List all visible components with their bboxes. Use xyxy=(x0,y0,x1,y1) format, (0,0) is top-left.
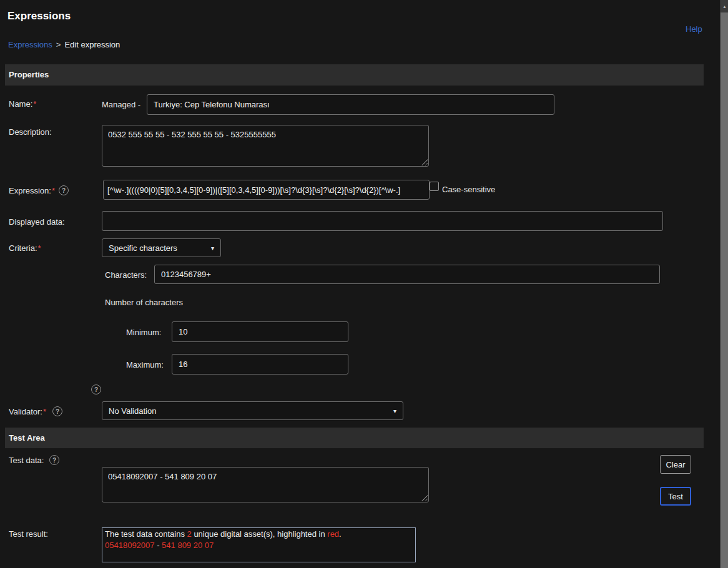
required-asterisk: * xyxy=(43,407,46,416)
validator-label: Validator:* xyxy=(9,407,46,416)
chevron-down-icon: ▾ xyxy=(211,245,214,252)
case-sensitive-checkbox[interactable] xyxy=(430,182,439,191)
expression-label: Expression:* xyxy=(9,186,55,195)
displayed-data-label: Displayed data: xyxy=(9,217,65,227)
required-asterisk: * xyxy=(38,243,41,253)
validator-selected-value: No Validation xyxy=(109,406,156,416)
case-sensitive-label: Case-sensitive xyxy=(442,185,495,194)
test-result-label: Test result: xyxy=(9,529,48,539)
test-result-box: The test data contains 2 unique digital … xyxy=(102,527,416,562)
description-label: Description: xyxy=(9,127,52,137)
required-asterisk: * xyxy=(33,99,36,109)
breadcrumb-expressions-link[interactable]: Expressions xyxy=(8,40,52,49)
criteria-label: Criteria:* xyxy=(9,243,41,253)
criteria-help-icon[interactable]: ? xyxy=(91,384,101,394)
minimum-label: Minimum: xyxy=(126,328,161,337)
maximum-label: Maximum: xyxy=(126,360,164,370)
test-data-field-wrap: 05418092007 - 541 809 20 07 xyxy=(102,467,429,502)
criteria-select[interactable]: Specific characters ▾ xyxy=(102,238,221,257)
characters-label: Characters: xyxy=(105,270,147,280)
expression-help-icon[interactable]: ? xyxy=(59,185,69,195)
clear-button[interactable]: Clear xyxy=(660,455,691,474)
chevron-down-icon: ▾ xyxy=(393,408,396,414)
test-data-textarea[interactable]: 05418092007 - 541 809 20 07 xyxy=(102,467,429,502)
characters-input[interactable] xyxy=(154,265,660,284)
displayed-data-input[interactable] xyxy=(102,211,663,231)
minimum-input[interactable] xyxy=(172,321,348,342)
scrollbar-thumb[interactable] xyxy=(721,12,728,568)
maximum-input[interactable] xyxy=(172,354,348,375)
match-count: 2 xyxy=(187,529,192,539)
scroll-up-button[interactable]: ▲ xyxy=(721,0,728,12)
description-field-wrap: 0532 555 55 55 - 532 555 55 55 - 5325555… xyxy=(102,125,429,167)
validator-select[interactable]: No Validation ▾ xyxy=(102,401,403,420)
number-of-characters-heading: Number of characters xyxy=(105,298,183,307)
test-data-help-icon[interactable]: ? xyxy=(49,455,59,465)
test-result-summary: The test data contains 2 unique digital … xyxy=(105,529,413,540)
test-data-label: Test data: xyxy=(9,456,44,465)
breadcrumb: Expressions>Edit expression xyxy=(8,40,120,49)
help-link[interactable]: Help xyxy=(686,24,702,34)
page-title: Expressions xyxy=(7,10,71,22)
name-label: Name:* xyxy=(9,99,36,109)
test-area-section-header: Test Area xyxy=(5,428,704,448)
validator-help-icon[interactable]: ? xyxy=(52,406,62,416)
test-button[interactable]: Test xyxy=(660,487,691,506)
matched-asset: 541 809 20 07 xyxy=(162,541,214,550)
vertical-scrollbar[interactable]: ▲ xyxy=(720,0,728,568)
name-prefix-label: Managed - xyxy=(102,100,140,109)
test-result-matches: 05418092007 - 541 809 20 07 xyxy=(105,540,413,551)
required-asterisk: * xyxy=(52,186,55,195)
breadcrumb-current: Edit expression xyxy=(64,40,120,49)
breadcrumb-separator: > xyxy=(56,40,61,49)
properties-section-header: Properties xyxy=(5,64,704,86)
matched-asset: 05418092007 xyxy=(105,541,155,550)
expression-input[interactable] xyxy=(103,180,430,200)
name-input[interactable] xyxy=(147,94,554,115)
criteria-selected-value: Specific characters xyxy=(109,243,177,253)
description-textarea[interactable]: 0532 555 55 55 - 532 555 55 55 - 5325555… xyxy=(102,125,429,167)
